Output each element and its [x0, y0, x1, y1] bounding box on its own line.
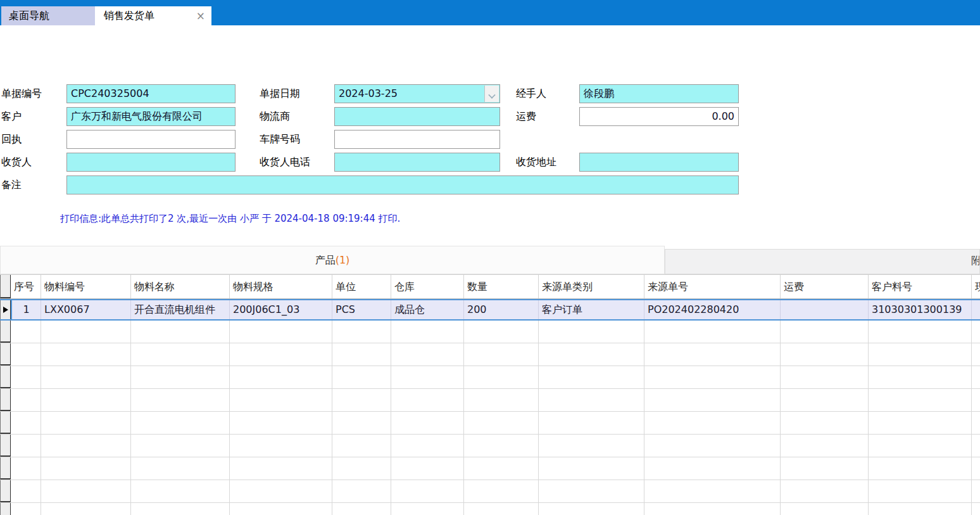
col-header-10[interactable]: 客户料号 — [869, 275, 972, 298]
empty-cell — [644, 435, 781, 457]
row-selector[interactable] — [0, 412, 11, 434]
empty-cell — [781, 503, 869, 515]
empty-cell — [464, 321, 539, 343]
empty-table-row — [0, 321, 980, 343]
cell-r0-c8[interactable]: PO202402280420 — [644, 300, 781, 319]
empty-cell — [391, 389, 464, 411]
empty-cell — [131, 343, 230, 366]
empty-cell — [869, 343, 972, 366]
col-header-1[interactable]: 物料编号 — [41, 275, 131, 298]
empty-cell — [644, 366, 781, 388]
consignee-field[interactable] — [66, 153, 236, 172]
doc-date-field[interactable]: 2024-03-25 — [334, 84, 500, 103]
empty-cell — [644, 412, 781, 434]
empty-cell — [539, 457, 644, 480]
cell-r0-c4[interactable]: PCS — [332, 300, 391, 319]
row-selector[interactable] — [0, 435, 11, 457]
row-selector[interactable] — [0, 300, 11, 319]
empty-cell — [781, 435, 869, 457]
tab-desktop-nav[interactable]: 桌面导航 — [1, 6, 96, 25]
freight-value: 0.00 — [712, 110, 734, 122]
remark-field[interactable] — [66, 175, 739, 194]
row-selector[interactable] — [0, 457, 11, 480]
col-header-4[interactable]: 单位 — [332, 275, 391, 298]
table-row[interactable]: 1LXX0067开合直流电机组件200J06C1_03PCS成品仓200客户订单… — [0, 299, 980, 321]
logistics-field[interactable] — [334, 107, 500, 126]
empty-cell — [230, 457, 332, 480]
empty-cell — [972, 412, 980, 434]
freight-field[interactable]: 0.00 — [579, 107, 739, 126]
empty-cell — [41, 343, 131, 366]
empty-cell — [230, 412, 332, 434]
empty-cell — [41, 457, 131, 480]
empty-cell — [230, 321, 332, 343]
empty-cell — [332, 480, 391, 502]
col-header-8[interactable]: 来源单号 — [644, 275, 781, 298]
col-header-2[interactable]: 物料名称 — [131, 275, 230, 298]
cell-r0-c2[interactable]: 开合直流电机组件 — [131, 300, 230, 319]
cell-r0-c5[interactable]: 成品仓 — [391, 300, 464, 319]
col-header-11[interactable]: 现 — [972, 275, 980, 298]
empty-cell — [41, 412, 131, 434]
row-selector[interactable] — [0, 343, 11, 366]
cell-r0-c11[interactable] — [972, 300, 980, 319]
empty-cell — [781, 343, 869, 366]
handler-field[interactable]: 徐段鹏 — [579, 84, 739, 103]
empty-cell — [41, 503, 131, 515]
tab-products-count: (1) — [336, 254, 350, 266]
cell-r0-c10[interactable]: 31030301300139 — [869, 300, 972, 319]
tab-products[interactable]: 产品(1) — [0, 246, 665, 274]
cell-r0-c6[interactable]: 200 — [464, 300, 539, 319]
row-selector[interactable] — [0, 321, 11, 343]
chevron-down-icon[interactable] — [484, 86, 499, 102]
empty-cell — [464, 412, 539, 434]
current-row-marker-icon — [3, 307, 8, 313]
app-window: 桌面导航 销售发货单 × 单据编号 CPC240325004 单据日期 2024… — [0, 0, 980, 515]
empty-cell — [332, 412, 391, 434]
empty-cell — [464, 389, 539, 411]
empty-cell — [869, 366, 972, 388]
row-selector[interactable] — [0, 480, 11, 502]
cell-r0-c0[interactable]: 1 — [11, 300, 41, 319]
empty-table-row — [0, 457, 980, 480]
empty-cell — [391, 503, 464, 515]
col-header-7[interactable]: 来源单类别 — [539, 275, 644, 298]
empty-cell — [41, 389, 131, 411]
col-header-3[interactable]: 物料规格 — [230, 275, 332, 298]
receipt-field[interactable] — [66, 130, 236, 149]
tab-attachments-label: 附 — [971, 255, 980, 268]
empty-cell — [332, 503, 391, 515]
col-header-5[interactable]: 仓库 — [391, 275, 464, 298]
cell-r0-c9[interactable] — [781, 300, 869, 319]
cell-r0-c3[interactable]: 200J06C1_03 — [230, 300, 332, 319]
row-selector[interactable] — [0, 389, 11, 411]
doc-no-field[interactable]: CPC240325004 — [66, 84, 236, 103]
empty-cell — [230, 389, 332, 411]
delivery-addr-field[interactable] — [579, 153, 739, 172]
col-header-6[interactable]: 数量 — [464, 275, 539, 298]
col-header-9[interactable]: 运费 — [781, 275, 869, 298]
tab-desktop-nav-label: 桌面导航 — [9, 10, 49, 22]
row-selector[interactable] — [0, 503, 11, 515]
empty-cell — [11, 366, 41, 388]
empty-cell — [869, 457, 972, 480]
empty-cell — [781, 480, 869, 502]
col-header-0[interactable]: 序号 — [11, 275, 41, 298]
empty-cell — [391, 480, 464, 502]
customer-field[interactable]: 广东万和新电气股份有限公司 — [66, 107, 236, 126]
cell-r0-c7[interactable]: 客户订单 — [539, 300, 644, 319]
doc-no-label: 单据编号 — [1, 87, 42, 101]
empty-cell — [781, 412, 869, 434]
empty-cell — [131, 412, 230, 434]
cell-r0-c1[interactable]: LXX0067 — [41, 300, 131, 319]
empty-cell — [11, 389, 41, 411]
empty-cell — [539, 435, 644, 457]
empty-cell — [230, 480, 332, 502]
consignee-phone-field[interactable] — [334, 153, 500, 172]
row-selector[interactable] — [0, 366, 11, 388]
plate-no-field[interactable] — [334, 130, 500, 149]
close-icon[interactable]: × — [196, 6, 205, 25]
empty-cell — [332, 343, 391, 366]
tab-sales-delivery[interactable]: 销售发货单 × — [96, 6, 211, 25]
tab-attachments[interactable]: 附 — [665, 249, 980, 274]
